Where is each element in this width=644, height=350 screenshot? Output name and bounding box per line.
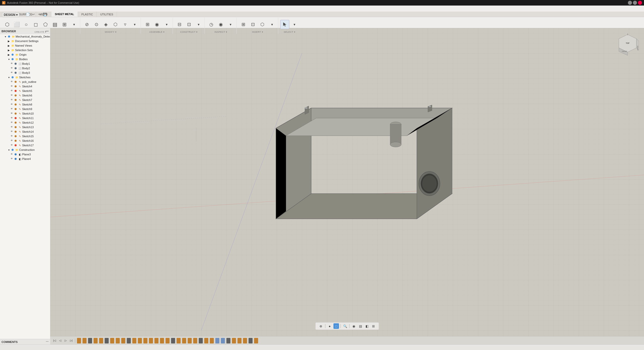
new-component-btn[interactable]: ⬡: [3, 20, 12, 29]
more-create-btn[interactable]: ▾: [69, 20, 78, 29]
tab-utilities[interactable]: UTILITIES: [97, 12, 117, 17]
browser-sketch16[interactable]: 👁 ✎ Sketch16: [0, 138, 50, 143]
midplane-btn[interactable]: ⊡: [184, 20, 193, 29]
insert-mesh-btn[interactable]: ⊞: [239, 20, 248, 29]
browser-sketches[interactable]: ▾ 📁 Sketches: [0, 75, 50, 80]
minimize-button[interactable]: [628, 1, 632, 5]
tab-plastic[interactable]: PLASTIC: [78, 12, 97, 17]
timeline-item[interactable]: [83, 338, 87, 343]
browser-sketch13[interactable]: 👁 ✎ Sketch13: [0, 125, 50, 129]
wireframe-btn[interactable]: □: [334, 323, 339, 329]
new-component-assemble-btn[interactable]: ⊞: [143, 20, 152, 29]
browser-sketch15[interactable]: 👁 ✎ Sketch15: [0, 134, 50, 138]
measure-btn[interactable]: ◷: [207, 20, 216, 29]
offset-plane-btn[interactable]: ⊟: [175, 20, 184, 29]
timeline-item[interactable]: [138, 338, 142, 343]
browser-selection-sets[interactable]: ▶ 📁 Selection Sets: [0, 48, 50, 52]
insert-svg-btn[interactable]: ⊡: [248, 20, 257, 29]
interference-btn[interactable]: ◉: [216, 20, 225, 29]
browser-bodies[interactable]: ▾ 📁 Bodies: [0, 57, 50, 61]
thread-btn[interactable]: ⊞: [60, 20, 69, 29]
browser-sketch9[interactable]: 👁 ✎ Sketch9: [0, 107, 50, 111]
timeline-item[interactable]: [243, 338, 247, 343]
timeline-item[interactable]: [221, 338, 225, 343]
timeline-item[interactable]: [94, 338, 98, 343]
browser-body1[interactable]: 👁 ⬜ Body1: [0, 61, 50, 66]
timeline-start-btn[interactable]: |◁: [52, 338, 57, 343]
browser-body3[interactable]: 👁 ⬜ Body3: [0, 71, 50, 75]
timeline-item[interactable]: [215, 338, 219, 343]
timeline-item[interactable]: [226, 338, 230, 343]
timeline-item[interactable]: [127, 338, 131, 343]
browser-sketch12[interactable]: 👁 ✎ Sketch12: [0, 120, 50, 125]
close-button[interactable]: [638, 1, 642, 5]
timeline-item[interactable]: [143, 338, 147, 343]
timeline-item[interactable]: [199, 338, 203, 343]
navigation-cube[interactable]: RIGHT TOP FRONT: [616, 33, 639, 56]
timeline-item[interactable]: [249, 338, 253, 343]
display-settings-btn[interactable]: ◉: [351, 323, 357, 329]
timeline-item[interactable]: [210, 338, 214, 343]
more-modify-btn[interactable]: ▾: [130, 20, 139, 29]
zoom-fit-btn[interactable]: 🔍: [342, 323, 348, 329]
more-insert-btn[interactable]: ▾: [267, 20, 276, 29]
browser-plane3[interactable]: 👁 ◧ Plane3: [0, 152, 50, 157]
scale-btn[interactable]: ▿: [120, 20, 130, 29]
timeline-play-btn[interactable]: ▷: [63, 338, 68, 343]
timeline-item[interactable]: [254, 338, 258, 343]
extrude-btn[interactable]: ⬜: [12, 20, 21, 29]
timeline-item[interactable]: [232, 338, 236, 343]
browser-sketch6[interactable]: 👁 ✎ Sketch6: [0, 93, 50, 98]
browser-origin[interactable]: ▶ 📁 Origin: [0, 52, 50, 57]
new-file-icon[interactable]: 📄: [25, 12, 30, 17]
browser-sketch8[interactable]: 👁 ✎ Sketch8: [0, 102, 50, 107]
environments-btn[interactable]: ◧: [364, 323, 370, 329]
timeline-item[interactable]: [188, 338, 192, 343]
insert-decal-btn[interactable]: ⬡: [258, 20, 267, 29]
more-inspect-btn[interactable]: ▾: [226, 20, 235, 29]
browser-sketch10[interactable]: 👁 ✎ Sketch10: [0, 111, 50, 116]
timeline-item[interactable]: [177, 338, 181, 343]
sweep-btn[interactable]: ◻: [31, 20, 40, 29]
timeline-item[interactable]: [237, 338, 242, 343]
joint-btn[interactable]: ◉: [152, 20, 162, 29]
more-construct-btn[interactable]: ▾: [194, 20, 203, 29]
shell-btn[interactable]: ⬡: [111, 20, 120, 29]
timeline-item[interactable]: [132, 338, 136, 343]
timeline-item[interactable]: [121, 338, 125, 343]
browser-sketch4[interactable]: 👁 ✎ Sketch4: [0, 84, 50, 89]
timeline-item[interactable]: [105, 338, 109, 343]
browser-named-views[interactable]: ▶ 📁 Named Views: [0, 43, 50, 48]
loft-btn[interactable]: ⬠: [41, 20, 50, 29]
timeline-item[interactable]: [204, 338, 208, 343]
timeline-item[interactable]: [77, 338, 81, 343]
more-select-btn[interactable]: ▾: [290, 20, 299, 29]
timeline-item[interactable]: [88, 338, 92, 343]
chamfer-btn[interactable]: ◈: [101, 20, 110, 29]
browser-doc-settings[interactable]: ▶ 📁 Document Settings: [0, 39, 50, 43]
timeline-item[interactable]: [171, 338, 175, 343]
save-icon[interactable]: 💾: [43, 12, 48, 17]
browser-pcb-outline[interactable]: 👁 ✎ pcb_outline: [0, 80, 50, 84]
comments-expand-icon[interactable]: ⋯: [46, 340, 49, 343]
press-pull-btn[interactable]: ⊘: [82, 20, 91, 29]
timeline-prev-btn[interactable]: ◁: [58, 338, 62, 343]
browser-construction[interactable]: ▾ 📁 Construction: [0, 148, 50, 152]
browser-sketch17[interactable]: 👁 ✎ Sketch17: [0, 143, 50, 148]
browser-sketch14[interactable]: 👁 ✎ Sketch14: [0, 129, 50, 134]
fillet-btn[interactable]: ⊙: [92, 20, 101, 29]
point-cloud-btn[interactable]: ●: [327, 323, 333, 329]
browser-body2[interactable]: 👁 ⬜ Body2: [0, 66, 50, 71]
visual-style-btn[interactable]: ▤: [358, 323, 363, 329]
timeline-item[interactable]: [182, 338, 186, 343]
timeline-item[interactable]: [116, 338, 120, 343]
viewport[interactable]: RIGHT TOP FRONT ⊕ ● □ 🔍 ◉ ▤ ◧ ⊞: [50, 28, 644, 340]
home-view-btn[interactable]: ⊕: [318, 323, 324, 329]
design-dropdown[interactable]: DESIGN ▾: [2, 12, 19, 17]
timeline-item[interactable]: [160, 338, 164, 343]
timeline-item[interactable]: [99, 338, 103, 343]
timeline-item[interactable]: [166, 338, 170, 343]
browser-sketch7[interactable]: 👁 ✎ Sketch7: [0, 98, 50, 102]
timeline-item[interactable]: [110, 338, 114, 343]
tab-sheet-metal[interactable]: SHEET METAL: [51, 12, 78, 17]
